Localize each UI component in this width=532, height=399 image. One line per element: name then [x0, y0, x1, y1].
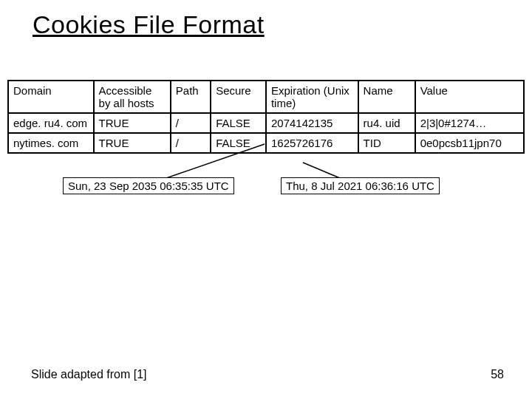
cell-name: TID: [358, 133, 415, 153]
cell-expiration: 1625726176: [266, 133, 358, 153]
table-row: edge. ru4. com TRUE / FALSE 2074142135 r…: [8, 113, 524, 133]
th-name: Name: [358, 81, 415, 113]
th-secure: Secure: [211, 81, 266, 113]
cell-secure: FALSE: [211, 113, 266, 133]
cell-domain: edge. ru4. com: [8, 113, 94, 133]
th-accessible: Accessible by all hosts: [94, 81, 171, 113]
cell-path: /: [171, 113, 211, 133]
footer-citation: Slide adapted from [1]: [31, 368, 147, 381]
cell-path: /: [171, 133, 211, 153]
annotation-arrows: [0, 0, 532, 399]
cell-value: 2|3|0#1274…: [415, 113, 524, 133]
slide-number: 58: [491, 368, 504, 381]
cell-accessible: TRUE: [94, 133, 171, 153]
cell-value: 0e0pcsb11jpn70: [415, 133, 524, 153]
cell-secure: FALSE: [211, 133, 266, 153]
th-path: Path: [171, 81, 211, 113]
cell-accessible: TRUE: [94, 113, 171, 133]
cell-expiration: 2074142135: [266, 113, 358, 133]
slide: Cookies File Format Domain Accessible by…: [0, 0, 532, 399]
table-header-row: Domain Accessible by all hosts Path Secu…: [8, 81, 524, 113]
cell-name: ru4. uid: [358, 113, 415, 133]
svg-line-1: [303, 163, 340, 178]
th-expiration: Expiration (Unix time): [266, 81, 358, 113]
table-row: nytimes. com TRUE / FALSE 1625726176 TID…: [8, 133, 524, 153]
annotation-left: Sun, 23 Sep 2035 06:35:35 UTC: [63, 177, 234, 194]
page-title: Cookies File Format: [33, 10, 265, 39]
th-domain: Domain: [8, 81, 94, 113]
th-value: Value: [415, 81, 524, 113]
cookies-table: Domain Accessible by all hosts Path Secu…: [7, 80, 525, 154]
annotation-right: Thu, 8 Jul 2021 06:36:16 UTC: [281, 177, 440, 194]
cell-domain: nytimes. com: [8, 133, 94, 153]
